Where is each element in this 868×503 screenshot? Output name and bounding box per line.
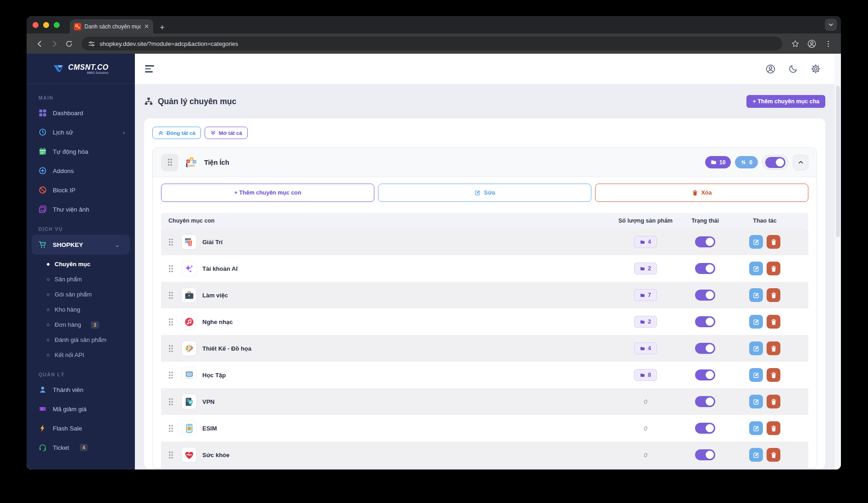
forward-button[interactable] [48, 37, 61, 50]
sidebar-subitem-orders[interactable]: Đơn hàng 3 [27, 317, 135, 332]
sidebar-toggle-hamburger-icon[interactable] [145, 65, 155, 73]
close-window-button[interactable] [33, 22, 39, 28]
double-chevron-down-icon [210, 130, 216, 136]
delete-row-button[interactable] [767, 421, 780, 435]
parent-status-toggle[interactable] [762, 155, 789, 170]
tab-search-button[interactable] [825, 19, 837, 31]
edit-row-button[interactable] [749, 448, 763, 462]
edit-row-button[interactable] [749, 368, 763, 382]
address-bar[interactable]: shopkey.ddev.site/?module=adcp&action=ca… [82, 37, 782, 50]
edit-row-button[interactable] [749, 262, 763, 275]
drag-handle[interactable] [161, 154, 178, 171]
drag-handle[interactable] [168, 291, 173, 299]
edit-row-button[interactable] [749, 395, 763, 408]
minimize-window-button[interactable] [43, 22, 49, 28]
briefcase-icon [640, 266, 645, 271]
briefcase-icon [640, 373, 645, 378]
add-child-category-button[interactable]: + Thêm chuyên mục con [161, 184, 374, 202]
tab-close-icon[interactable]: ✕ [144, 23, 149, 29]
expand-all-button[interactable]: Mở tất cả [205, 127, 248, 139]
delete-row-button[interactable] [767, 315, 780, 329]
page-scrollbar[interactable] [835, 54, 841, 469]
sidebar-subitem-product-bundles[interactable]: Gói sản phẩm [27, 287, 135, 302]
sidebar-item-image-library[interactable]: Thư viện ảnh [27, 200, 135, 219]
profile-icon[interactable] [805, 37, 818, 50]
drag-handle[interactable] [168, 425, 173, 432]
scrollbar-thumb[interactable] [836, 86, 840, 237]
drag-handle[interactable] [168, 265, 173, 273]
sidebar-item-shopkey[interactable]: SHOPKEY ⌄ [32, 235, 130, 255]
app-logo[interactable]: CMSNT.CO MMO Solution [27, 54, 135, 84]
briefcase-icon [640, 319, 645, 324]
sidebar-item-addons[interactable]: Addons [27, 161, 135, 180]
drag-handle[interactable] [168, 318, 173, 326]
browser-tab[interactable]: Danh sách chuyên mục | SHO ✕ [70, 19, 153, 34]
status-toggle[interactable] [695, 449, 715, 460]
drag-handle[interactable] [168, 371, 173, 379]
drag-handle[interactable] [168, 451, 173, 459]
delete-row-button[interactable] [767, 288, 780, 302]
edit-pencil-icon [753, 239, 760, 246]
collapse-all-button[interactable]: Đóng tất cả [152, 127, 201, 139]
delete-row-button[interactable] [767, 262, 780, 275]
briefcase-icon [640, 293, 645, 298]
delete-row-button[interactable] [767, 368, 780, 382]
settings-gear-icon[interactable] [811, 64, 821, 74]
sidebar-item-members[interactable]: Thành viên [27, 380, 135, 399]
site-controls-icon[interactable] [88, 40, 95, 48]
add-parent-category-button[interactable]: + Thêm chuyên mục cha [746, 95, 825, 108]
sidebar-subitem-api-connect[interactable]: Kết nối API [27, 347, 135, 363]
sidebar-subitem-warehouse[interactable]: Kho hàng [27, 302, 135, 317]
status-toggle[interactable] [695, 290, 715, 301]
sidebar-nav: MAIN Dashboard Lịch sử › Tự động hóa [27, 84, 135, 469]
status-toggle[interactable] [695, 369, 715, 380]
sidebar-subitem-products[interactable]: Sản phẩm [27, 272, 135, 287]
sidebar-item-history[interactable]: Lịch sử › [27, 123, 135, 142]
status-toggle[interactable] [695, 343, 715, 354]
delete-row-button[interactable] [767, 448, 780, 462]
sidebar-item-automation[interactable]: Tự động hóa [27, 142, 135, 161]
edit-row-button[interactable] [749, 235, 763, 249]
account-icon[interactable] [765, 64, 776, 74]
status-toggle[interactable] [695, 263, 715, 274]
trash-icon [770, 292, 777, 299]
status-toggle[interactable] [695, 396, 715, 407]
sidebar-item-ticket[interactable]: Ticket 4 [27, 438, 135, 457]
dark-mode-moon-icon[interactable] [788, 64, 798, 74]
sidebar-subitem-categories[interactable]: Chuyên mục [27, 257, 135, 272]
edit-category-button[interactable]: Sửa [378, 184, 591, 202]
collapse-block-button[interactable] [793, 155, 808, 170]
dashboard-grid-icon [39, 109, 47, 117]
sidebar-item-block-ip[interactable]: Block IP [27, 180, 135, 200]
sidebar-item-dashboard[interactable]: Dashboard [27, 103, 135, 123]
delete-category-button[interactable]: Xóa [595, 184, 808, 202]
drag-dots-icon [168, 371, 173, 379]
status-toggle[interactable] [695, 316, 715, 327]
status-toggle[interactable] [695, 236, 715, 247]
window-controls [33, 22, 60, 28]
status-toggle[interactable] [695, 423, 715, 434]
bookmark-star-icon[interactable] [789, 37, 801, 50]
sidebar-item-flash-sale[interactable]: Flash Sale [27, 419, 135, 438]
zoom-window-button[interactable] [54, 22, 60, 28]
delete-row-button[interactable] [767, 395, 780, 408]
sidebar-subitem-product-reviews[interactable]: Đánh giá sản phẩm [27, 332, 135, 347]
drag-handle[interactable] [168, 238, 173, 246]
edit-row-button[interactable] [749, 421, 763, 435]
delete-row-button[interactable] [767, 235, 780, 249]
drag-dots-icon [168, 291, 173, 299]
col-header-status: Trạng thái [675, 218, 735, 224]
product-count-badge: 7 [634, 289, 657, 301]
new-tab-button[interactable]: + [160, 23, 165, 32]
back-button[interactable] [33, 37, 46, 50]
sidebar-item-coupons[interactable]: Mã giảm giá [27, 399, 135, 419]
edit-row-button[interactable] [749, 315, 763, 329]
edit-row-button[interactable] [749, 288, 763, 302]
drag-handle[interactable] [168, 345, 173, 352]
delete-row-button[interactable] [767, 341, 780, 355]
reload-button[interactable] [62, 37, 75, 50]
chevron-down-icon [828, 22, 834, 28]
drag-handle[interactable] [168, 398, 173, 406]
edit-row-button[interactable] [749, 341, 763, 355]
browser-menu-icon[interactable] [822, 37, 835, 50]
